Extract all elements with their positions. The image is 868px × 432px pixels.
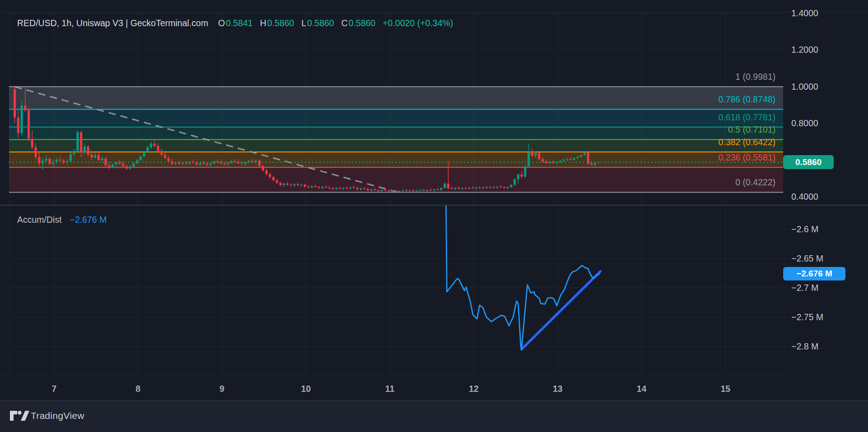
tradingview-logo-icon[interactable] <box>9 410 30 422</box>
fib-level-label-0.786: 0.786 (0.8748) <box>718 94 776 105</box>
tradingview-chart-window: RED/USD, 1h, Uniswap V3 | GeckoTerminal.… <box>0 0 868 432</box>
close-label: C <box>341 18 347 28</box>
indicator-value-badge: −2.676 M <box>783 267 845 280</box>
fib-level-label-0.236: 0.236 (0.5581) <box>718 152 776 163</box>
low-value: 0.5860 <box>307 18 334 28</box>
price-axis-tick-0.4000: 0.4000 <box>791 191 863 202</box>
time-axis-label-8: 8 <box>124 383 152 395</box>
price-axis-tick-1.4000: 1.4000 <box>791 8 863 18</box>
indicator-axis-tick: −2.75 M <box>791 312 863 322</box>
time-axis-label-7: 7 <box>40 383 69 395</box>
indicator-axis-tick: −2.6 M <box>791 224 863 234</box>
indicator-legend: Accum/Dist−2.676 M <box>17 214 106 225</box>
indicator-pane[interactable] <box>0 205 788 376</box>
time-axis-label-11: 11 <box>375 383 404 395</box>
time-axis-label-14: 14 <box>627 383 656 395</box>
indicator-axis-tick: −2.8 M <box>791 341 863 352</box>
symbol-title[interactable]: RED/USD, 1h, Uniswap V3 | GeckoTerminal.… <box>17 18 208 28</box>
indicator-axis-tick: −2.65 M <box>791 253 863 264</box>
price-axis-tick-1.2000: 1.2000 <box>791 44 863 55</box>
indicator-value: −2.676 M <box>70 215 107 225</box>
fib-level-label-0: 0 (0.4222) <box>735 177 776 188</box>
current-price-badge: 0.5860 <box>783 155 834 169</box>
price-axis-tick-0.8000: 0.8000 <box>791 118 863 129</box>
high-value: 0.5860 <box>267 18 294 28</box>
time-axis-label-15: 15 <box>711 383 740 395</box>
low-label: L <box>301 18 306 28</box>
indicator-name[interactable]: Accum/Dist <box>17 215 62 225</box>
time-axis-label-12: 12 <box>459 383 488 395</box>
fib-level-label-0.5: 0.5 (0.7101) <box>728 124 776 135</box>
time-axis-label-10: 10 <box>291 383 320 395</box>
symbol-legend: RED/USD, 1h, Uniswap V3 | GeckoTerminal.… <box>17 17 453 29</box>
high-label: H <box>260 18 266 28</box>
time-axis-label-13: 13 <box>543 383 572 395</box>
price-pane[interactable] <box>0 12 788 205</box>
fib-level-label-0.382: 0.382 (0.6422) <box>718 137 776 147</box>
fib-level-label-1: 1 (0.9981) <box>735 72 776 82</box>
open-value: 0.5841 <box>226 18 253 28</box>
price-axis-tick-1.0000: 1.0000 <box>791 81 863 92</box>
time-axis-label-9: 9 <box>208 383 236 395</box>
tradingview-brand-text[interactable]: TradingView <box>31 405 84 426</box>
fib-level-label-0.618: 0.618 (0.7781) <box>718 112 776 123</box>
footer-bar: TradingView <box>0 401 868 432</box>
open-label: O <box>218 18 225 28</box>
indicator-axis-tick: −2.7 M <box>791 282 863 293</box>
close-value: 0.5860 <box>349 18 376 28</box>
change-value: +0.0020 (+0.34%) <box>383 18 453 28</box>
